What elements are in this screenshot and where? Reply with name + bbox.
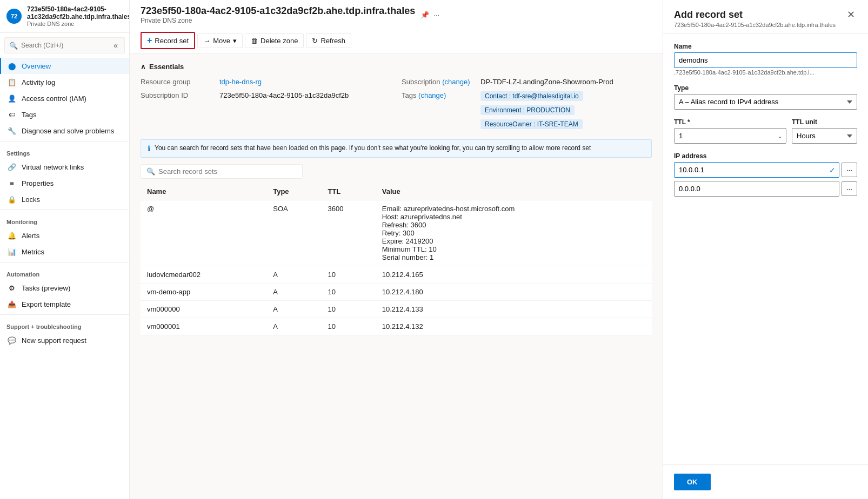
tag-icon: 🏷: [8, 110, 16, 119]
main-content: 723e5f50-180a-4ac2-9105-a1c32da9cf2b.ahe…: [130, 0, 663, 499]
panel-body: Name .723e5f50-180a-4ac2-9105-a1c32da9cf…: [663, 34, 868, 464]
col-value: Value: [376, 183, 652, 200]
search-records[interactable]: 🔍: [141, 164, 303, 179]
sidebar-item-activity-log[interactable]: 📋 Activity log: [0, 74, 129, 90]
close-button[interactable]: ✕: [845, 9, 857, 21]
export-icon: 📤: [8, 300, 16, 308]
refresh-icon: ↻: [312, 37, 318, 45]
refresh-label: Refresh: [321, 37, 345, 45]
move-button[interactable]: → Move ▾: [197, 33, 243, 48]
sidebar-item-properties[interactable]: ≡ Properties: [0, 175, 129, 191]
sidebar-item-label: Properties: [22, 179, 54, 187]
panel-footer: OK: [663, 464, 868, 499]
sidebar-item-diagnose[interactable]: 🔧 Diagnose and solve problems: [0, 123, 129, 139]
subscription-id-label: Subscription ID: [141, 91, 216, 99]
tags-row-container: Tags (change) Contact : tdf-sre@thalesdi…: [402, 90, 652, 131]
cell-value: 10.212.4.132: [376, 318, 652, 335]
ttl-chevron-icon: ⌄: [774, 132, 786, 140]
ip-row-2: ···: [674, 181, 857, 197]
sidebar-item-virtual-network-links[interactable]: 🔗 Virtual network links: [0, 159, 129, 175]
cell-type: A: [266, 301, 321, 318]
delete-zone-button[interactable]: 🗑 Delete zone: [245, 33, 304, 48]
ip-input-wrap-1: ✓: [674, 162, 839, 178]
wrench-icon: 🔧: [8, 126, 16, 135]
sidebar-item-locks[interactable]: 🔒 Locks: [0, 191, 129, 207]
tag-badge-contact: Contact : tdf-sre@thalesdigital.io: [480, 91, 583, 101]
sidebar-item-tags[interactable]: 🏷 Tags: [0, 106, 129, 123]
records-table: Name Type TTL Value @SOA3600Email: azure…: [141, 183, 652, 335]
subscription-change-link[interactable]: (change): [442, 78, 470, 86]
search-input[interactable]: [21, 42, 108, 49]
panel-title-row: Add record set ✕: [674, 9, 857, 21]
subscription-id-value: 723e5f50-180a-4ac2-9105-a1c32da9cf2b: [219, 91, 349, 99]
panel-title: Add record set: [674, 9, 743, 21]
ttl-input[interactable]: [675, 129, 774, 143]
info-text: You can search for record sets that have…: [155, 144, 591, 152]
sidebar-search[interactable]: 🔍 «: [4, 37, 125, 53]
sidebar-item-label: Diagnose and solve problems: [22, 127, 114, 135]
record-set-label: Record set: [155, 37, 189, 45]
col-name: Name: [141, 183, 266, 200]
sidebar-item-new-support[interactable]: 💬 New support request: [0, 332, 129, 348]
essentials-grid: Resource group tdp-he-dns-rg Subscriptio…: [141, 76, 652, 131]
sidebar-item-tasks[interactable]: ⚙ Tasks (preview): [0, 280, 129, 296]
tags-change-link[interactable]: (change): [418, 91, 446, 99]
ellipsis-icon[interactable]: ···: [433, 11, 439, 19]
side-panel: Add record set ✕ 723e5f50-180a-4ac2-9105…: [663, 0, 868, 499]
info-icon: ℹ: [148, 144, 150, 153]
name-label: Name: [674, 43, 857, 50]
ip-input-2[interactable]: [674, 181, 839, 197]
sidebar-item-alerts[interactable]: 🔔 Alerts: [0, 227, 129, 244]
table-row[interactable]: ludovicmedar002A1010.212.4.165: [141, 266, 652, 284]
ttl-unit-select[interactable]: Seconds Minutes Hours Days: [792, 128, 857, 144]
table-row[interactable]: @SOA3600Email: azureprivatedns-host.micr…: [141, 200, 652, 266]
ip-more-button-2[interactable]: ···: [842, 181, 857, 196]
type-select[interactable]: A – Alias record to IPv4 address AAAA – …: [674, 94, 857, 110]
name-input[interactable]: [674, 52, 857, 68]
list-icon: 📋: [8, 78, 16, 86]
cell-name: @: [141, 200, 266, 266]
page-title: 723e5f50-180a-4ac2-9105-a1c32da9cf2b.ahe…: [141, 5, 415, 17]
search-records-input[interactable]: [158, 167, 297, 176]
sidebar-item-overview[interactable]: ⬤ Overview: [0, 58, 129, 74]
name-hint: .723e5f50-180a-4ac2-9105-a1c32da9cf2b.ah…: [674, 69, 857, 76]
sidebar-header: 72 723e5f50-180a-4ac2-9105-a1c32da9cf2b.…: [0, 0, 129, 33]
tag-badge-env: Environment : PRODUCTION: [480, 105, 575, 115]
toolbar: + Record set → Move ▾ 🗑 Delete zone ↻ Re…: [141, 28, 652, 53]
sidebar-item-metrics[interactable]: 📊 Metrics: [0, 244, 129, 260]
pin-icon[interactable]: 📌: [420, 11, 429, 19]
essentials-header[interactable]: ∧ Essentials: [141, 63, 652, 71]
subscription-value: DP-TDF-LZ-LandingZone-Showroom-Prod: [480, 78, 613, 86]
ok-button[interactable]: OK: [674, 474, 711, 490]
type-field-group: Type A – Alias record to IPv4 address AA…: [674, 84, 857, 110]
collapse-button[interactable]: «: [111, 40, 120, 51]
cell-type: A: [266, 318, 321, 335]
table-row[interactable]: vm000000A1010.212.4.133: [141, 301, 652, 318]
essentials-title: Essentials: [149, 63, 184, 71]
table-row[interactable]: vm-demo-appA1010.212.4.180: [141, 284, 652, 301]
resource-group-link[interactable]: tdp-he-dns-rg: [219, 78, 262, 86]
circle-icon: ⬤: [8, 62, 16, 70]
name-field-group: Name .723e5f50-180a-4ac2-9105-a1c32da9cf…: [674, 43, 857, 76]
sidebar-item-label: Tags: [22, 111, 36, 119]
table-row[interactable]: vm000001A1010.212.4.132: [141, 318, 652, 335]
avatar: 72: [6, 9, 22, 24]
cell-value: Email: azureprivatedns-host.microsoft.co…: [376, 200, 652, 266]
ip-more-button-1[interactable]: ···: [842, 163, 857, 177]
sidebar-item-export-template[interactable]: 📤 Export template: [0, 296, 129, 312]
page-header: 723e5f50-180a-4ac2-9105-a1c32da9cf2b.ahe…: [130, 0, 663, 54]
cell-value: 10.212.4.133: [376, 301, 652, 318]
cell-name: ludovicmedar002: [141, 266, 266, 284]
cell-name: vm000001: [141, 318, 266, 335]
section-label-monitoring: Monitoring: [0, 212, 129, 227]
refresh-button[interactable]: ↻ Refresh: [306, 33, 351, 48]
sidebar-item-access-control[interactable]: 👤 Access control (IAM): [0, 90, 129, 106]
ip-input-1[interactable]: [675, 163, 826, 177]
network-icon: 🔗: [8, 163, 16, 171]
tag-badge-owner: ResourceOwner : IT-SRE-TEAM: [480, 119, 583, 129]
resource-group-value: tdp-he-dns-rg: [219, 78, 262, 86]
section-label-settings: Settings: [0, 144, 129, 159]
record-set-button[interactable]: + Record set: [141, 32, 195, 49]
move-label: Move: [213, 37, 230, 45]
chart-icon: 📊: [8, 247, 16, 256]
